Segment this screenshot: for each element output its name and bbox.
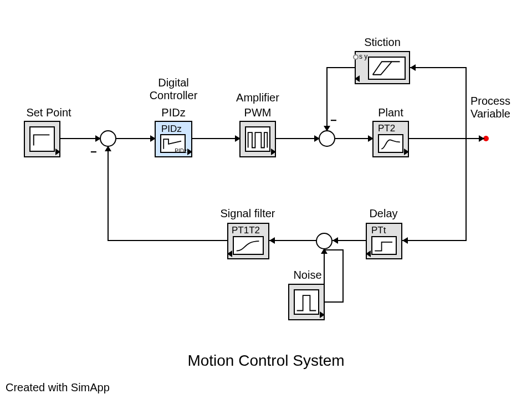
block-delay[interactable]: PTt [366,223,402,259]
arrowhead-icon [150,135,156,142]
arrowhead-icon [105,146,111,151]
block-stiction[interactable]: s y [355,51,410,84]
minus-icon: − [90,146,97,158]
step-icon [30,127,54,151]
block-tag: PT2 [378,123,395,134]
label-stiction: Stiction [349,36,416,49]
diagram-canvas: Set Point Digital Controller PIDz Amplif… [0,0,532,399]
credit-text: Created with SimApp [6,381,110,394]
arrowhead-icon [269,237,275,244]
wire [466,67,467,139]
wire [276,138,320,139]
pt1t2-response-icon [234,237,263,254]
wire [326,67,356,68]
wire [324,249,325,303]
block-pidz[interactable]: PIDz PIDz [155,121,192,157]
wire [402,240,467,241]
arrowhead-icon [479,135,484,142]
delay-step-icon [372,237,396,254]
block-pwm[interactable] [239,121,276,157]
arrowhead-icon [235,135,241,142]
wire [410,67,467,68]
arrowhead-icon [321,248,328,254]
block-tag: PT1T2 [232,225,260,236]
block-noise[interactable] [288,284,325,320]
arrowhead-icon [324,126,330,131]
sum-junction-stiction[interactable] [319,130,335,147]
label-pidz: PIDz [137,106,209,119]
arrowhead-icon [368,135,374,142]
wire [326,67,328,131]
block-set-point[interactable] [24,121,60,157]
label-delay: Delay [356,207,411,220]
pt2-response-icon [379,135,402,152]
sum-junction-error[interactable] [100,130,116,147]
label-amplifier: Amplifier [224,91,291,104]
arrowhead-icon [314,135,320,142]
wire [466,138,467,241]
label-plant: Plant [357,106,424,119]
block-subscript: PIDz [175,148,187,154]
label-signal-filter: Signal filter [206,207,289,220]
hysteresis-icon [369,58,405,79]
wire [108,147,109,241]
pwm-icon [246,127,269,151]
port-icon [353,54,359,60]
label-set-point: Set Point [16,106,82,119]
block-tag: s y [359,53,367,60]
label-noise: Noise [280,269,335,282]
minus-icon: − [330,114,337,127]
block-signal-filter[interactable]: PT1T2 [227,223,269,259]
label-process-variable: Process Variable [460,95,521,120]
block-plant[interactable]: PT2 [372,121,409,157]
pulse-icon [295,290,318,314]
wire [269,240,317,241]
label-digital-controller: Digital Controller [137,76,209,102]
arrowhead-icon [95,135,101,142]
arrowhead-icon [402,237,408,244]
arrowhead-icon [332,237,338,244]
block-tag: PIDz [161,124,182,135]
wire [192,138,241,139]
wire [108,240,228,241]
wire [325,301,344,303]
block-tag: PTt [371,225,386,236]
label-pwm: PWM [224,106,291,119]
diagram-title: Motion Control System [166,352,366,370]
sum-junction-noise[interactable] [316,233,332,249]
arrowhead-icon [410,64,416,71]
wire [409,138,484,139]
wire [342,249,344,303]
